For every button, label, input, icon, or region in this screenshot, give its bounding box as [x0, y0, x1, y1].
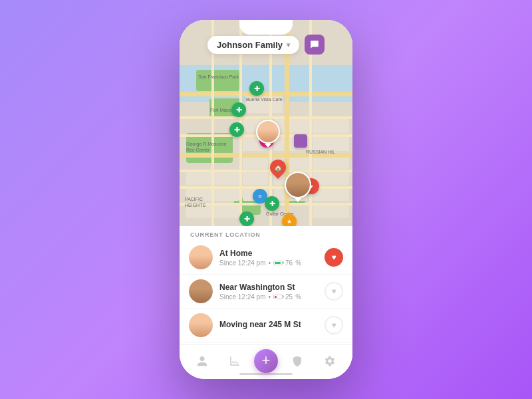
- map-pin-home: 🏠: [270, 160, 286, 176]
- map-header: Johnson Family ▾: [180, 35, 352, 55]
- nav-item-shield[interactable]: [284, 348, 311, 374]
- map-pin-avatar-2: [285, 172, 311, 198]
- home-indicator: [239, 373, 293, 375]
- phone-frame: San Francisco Park Buena Vista Cafe Fort…: [180, 20, 352, 379]
- family-dropdown[interactable]: Johnson Family ▾: [207, 36, 299, 54]
- member-list: At Home Since 12:24 pm • 76% ♥: [180, 241, 352, 344]
- member-name-2: Near Washington St: [219, 283, 318, 292]
- member-info-3: Moving near 245 M St: [213, 320, 325, 331]
- chat-button[interactable]: [305, 35, 325, 55]
- member-action-3[interactable]: ♥: [325, 316, 343, 334]
- map-area: San Francisco Park Buena Vista Cafe Fort…: [180, 20, 352, 226]
- map-label-cafe: Buena Vista Cafe: [246, 97, 282, 102]
- member-name-3: Moving near 245 M St: [219, 320, 318, 329]
- map-pin-poi-3: ✚: [229, 122, 244, 137]
- map-pin-poi-1: ✚: [249, 81, 264, 96]
- member-item-3[interactable]: Moving near 245 M St ♥: [180, 309, 352, 342]
- map-label-pacific-heights: PACIFICHEIGHTS: [185, 196, 205, 208]
- bottom-panel: CURRENT LOCATION At Home Since 12:24 pm …: [180, 226, 352, 379]
- member-status-1: Since 12:24 pm • 76%: [219, 259, 318, 267]
- map-label-park: San Francisco Park: [198, 74, 239, 79]
- nav-add-button[interactable]: +: [254, 349, 278, 373]
- map-pin-avatar-1: [256, 120, 280, 144]
- member-status-2: Since 12:24 pm • 25%: [219, 293, 318, 301]
- dropdown-arrow-icon: ▾: [287, 41, 290, 49]
- member-item-2[interactable]: Near Washington St Since 12:24 pm • 25% …: [180, 275, 352, 309]
- map-pin-poi-purple: [294, 134, 307, 148]
- map-label-fort: Fort Mason: [210, 108, 233, 112]
- member-item-1[interactable]: At Home Since 12:24 pm • 76% ♥: [180, 241, 352, 275]
- member-action-2[interactable]: ♥: [325, 282, 343, 301]
- battery-2: [273, 295, 283, 299]
- battery-1: [273, 261, 283, 265]
- map-label-moscone: George R MosconeRec Center: [186, 141, 227, 153]
- nav-item-settings[interactable]: [317, 348, 343, 374]
- nav-item-stats[interactable]: [221, 348, 248, 374]
- nav-item-profile[interactable]: [189, 348, 215, 374]
- member-name-1: At Home: [219, 249, 318, 258]
- member-avatar-3: [189, 313, 213, 337]
- family-name: Johnson Family: [217, 40, 283, 50]
- map-pin-poi-green2: ✚: [265, 196, 279, 211]
- map-pin-poi-green3: ✚: [239, 211, 254, 226]
- map-pin-poi-2: ✚: [231, 102, 246, 117]
- map-pin-poi-yellow: ★: [282, 214, 297, 226]
- phone-notch: [239, 20, 293, 35]
- member-info-2: Near Washington St Since 12:24 pm • 25%: [213, 283, 325, 301]
- member-action-1[interactable]: ♥: [325, 248, 343, 267]
- map-label-russian-hill: RUSSIAN HIL: [306, 150, 335, 154]
- section-label: CURRENT LOCATION: [180, 226, 352, 241]
- member-avatar-1: [189, 245, 213, 269]
- member-avatar-2: [189, 279, 213, 303]
- member-info-1: At Home Since 12:24 pm • 76%: [213, 249, 325, 267]
